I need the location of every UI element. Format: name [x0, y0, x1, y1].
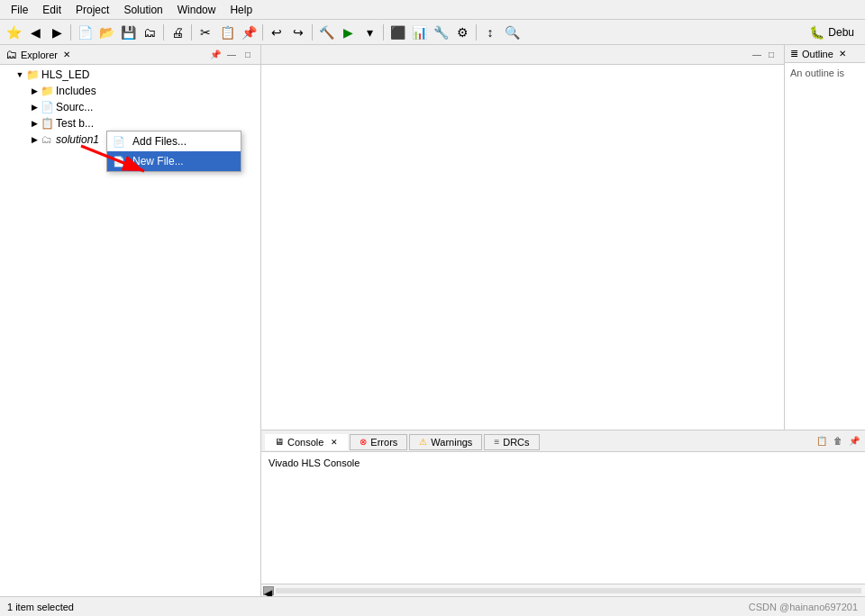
explorer-controls: 📌 — □	[208, 49, 255, 61]
outline-description: An outline is	[785, 63, 865, 84]
menu-window[interactable]: Window	[170, 2, 223, 18]
menu-file[interactable]: File	[4, 2, 35, 18]
errors-tab-icon: ⊗	[360, 437, 367, 447]
explorer-title: Explorer	[21, 50, 58, 60]
tree-tests[interactable]: ▶ 📋 Test b...	[0, 115, 260, 131]
sep-6	[383, 24, 384, 41]
outline-icon: ≣	[790, 48, 798, 59]
console-clear-btn[interactable]: 🗑	[831, 435, 845, 448]
add-files-icon: 📄	[113, 136, 125, 148]
console-pin-btn[interactable]: 📌	[847, 435, 861, 448]
menu-solution[interactable]: Solution	[116, 2, 169, 18]
explorer-maximize-btn[interactable]: □	[241, 49, 255, 61]
explorer-pin-btn[interactable]: 📌	[208, 49, 223, 61]
project-icon: 📁	[25, 68, 40, 82]
console-copy-btn[interactable]: 📋	[815, 435, 829, 448]
menu-help[interactable]: Help	[223, 2, 260, 18]
status-text: 1 item selected	[7, 602, 74, 612]
toolbar-btn-8[interactable]: ↕	[480, 23, 500, 42]
toolbar-btn-run-dropdown[interactable]: ▾	[360, 23, 379, 42]
tree-sources[interactable]: ▶ 📄 Sourc...	[0, 99, 260, 115]
warnings-tab-label: Warnings	[431, 437, 472, 448]
arrow-solution: ▶	[29, 135, 40, 144]
add-files-label: Add Files...	[132, 135, 187, 148]
toolbar-btn-paste[interactable]: 📌	[239, 23, 259, 42]
toolbar-btn-1[interactable]: ⭐	[4, 23, 23, 42]
arrow-tests: ▶	[29, 119, 40, 128]
sources-label: Sourc...	[56, 101, 93, 113]
context-new-file[interactable]: 📄 New File...	[107, 151, 241, 171]
bottom-tab-controls: 📋 🗑 📌	[815, 435, 861, 448]
toolbar-btn-new[interactable]: 📄	[75, 23, 95, 42]
tree-includes[interactable]: ▶ 📁 Includes	[0, 83, 260, 99]
outline-title: Outline	[802, 49, 833, 59]
toolbar-btn-stop[interactable]: ⬛	[387, 23, 407, 42]
toolbar-btn-9[interactable]: 🔍	[502, 23, 522, 42]
includes-label: Includes	[56, 85, 96, 97]
menu-bar: File Edit Project Solution Window Help	[0, 0, 865, 20]
outline-header: ≣ Outline ✕	[785, 45, 865, 63]
errors-tab-label: Errors	[370, 437, 397, 448]
editor-header: — □	[261, 45, 784, 65]
drcs-tab-icon: ≡	[494, 437, 499, 447]
tab-drcs[interactable]: ≡ DRCs	[484, 434, 539, 450]
toolbar-btn-6[interactable]: 🔧	[431, 23, 451, 42]
warnings-tab-icon: ⚠	[419, 437, 427, 447]
scrollbar-left-btn[interactable]: ◀	[263, 586, 274, 595]
explorer-icon: 🗂	[5, 48, 17, 61]
toolbar-btn-forward[interactable]: ▶	[47, 23, 67, 42]
explorer-minimize-btn[interactable]: —	[224, 49, 239, 61]
bottom-section: 🖥 Console ✕ ⊗ Errors ⚠ Warnings ≡ DRCs 📋…	[261, 430, 865, 596]
editor-maximize-btn[interactable]: □	[764, 49, 778, 61]
console-content: Vivado HLS Console	[261, 452, 865, 584]
sep-1	[70, 24, 71, 41]
menu-edit[interactable]: Edit	[35, 2, 68, 18]
tab-console[interactable]: 🖥 Console ✕	[265, 434, 348, 450]
outline-close-icon[interactable]: ✕	[839, 49, 846, 59]
console-tab-icon: 🖥	[275, 437, 284, 447]
scrollbar-track	[276, 588, 861, 593]
drcs-tab-label: DRCs	[503, 437, 529, 448]
toolbar-btn-save[interactable]: 💾	[118, 23, 138, 42]
context-add-files[interactable]: 📄 Add Files...	[107, 131, 241, 151]
tab-errors[interactable]: ⊗ Errors	[350, 434, 407, 450]
toolbar-btn-saveall[interactable]: 🗂	[140, 23, 159, 42]
new-file-icon: 📄	[113, 156, 125, 168]
sources-icon: 📄	[40, 100, 54, 114]
explorer-close-icon[interactable]: ✕	[63, 50, 70, 59]
solution-label: solution1	[56, 133, 99, 146]
context-menu: 📄 Add Files... 📄 New File...	[106, 131, 241, 172]
editor-minimize-btn[interactable]: —	[750, 49, 764, 61]
arrow-includes: ▶	[29, 86, 40, 95]
status-watermark: CSDN @hainano697201	[749, 602, 858, 612]
explorer-title-area: 🗂 Explorer ✕	[5, 48, 70, 61]
tests-icon: 📋	[40, 116, 54, 131]
toolbar-btn-run[interactable]: ▶	[338, 23, 358, 42]
console-close-icon[interactable]: ✕	[331, 438, 338, 447]
menu-project[interactable]: Project	[68, 2, 116, 18]
toolbar-btn-build[interactable]: 🔨	[316, 23, 336, 42]
tree-project[interactable]: ▼ 📁 HLS_LED	[0, 67, 260, 83]
toolbar-btn-print[interactable]: 🖨	[168, 23, 187, 42]
arrow-sources: ▶	[29, 103, 40, 112]
toolbar-btn-7[interactable]: ⚙	[452, 23, 472, 42]
toolbar-btn-cut[interactable]: ✂	[196, 23, 215, 42]
console-text: Vivado HLS Console	[269, 457, 360, 468]
debug-label: 🐛 Debu	[802, 23, 861, 41]
tab-warnings[interactable]: ⚠ Warnings	[409, 434, 482, 450]
toolbar-btn-undo[interactable]: ↩	[267, 23, 287, 42]
tests-label: Test b...	[56, 117, 94, 130]
explorer-header: 🗂 Explorer ✕ 📌 — □	[0, 45, 260, 65]
toolbar-btn-copy[interactable]: 📋	[217, 23, 237, 42]
toolbar-btn-open[interactable]: 📂	[96, 23, 116, 42]
bottom-tabs: 🖥 Console ✕ ⊗ Errors ⚠ Warnings ≡ DRCs 📋…	[261, 430, 865, 452]
explorer-panel: 🗂 Explorer ✕ 📌 — □ ▼ 📁 HLS_LED	[0, 45, 261, 596]
toolbar-btn-back[interactable]: ◀	[25, 23, 45, 42]
toolbar-btn-5[interactable]: 📊	[409, 23, 429, 42]
console-scrollbar[interactable]: ◀	[261, 584, 865, 596]
console-tab-label: Console	[287, 437, 323, 448]
toolbar-btn-redo[interactable]: ↪	[288, 23, 308, 42]
sep-5	[312, 24, 313, 41]
solution-icon: 🗂	[40, 132, 54, 147]
sep-7	[476, 24, 477, 41]
